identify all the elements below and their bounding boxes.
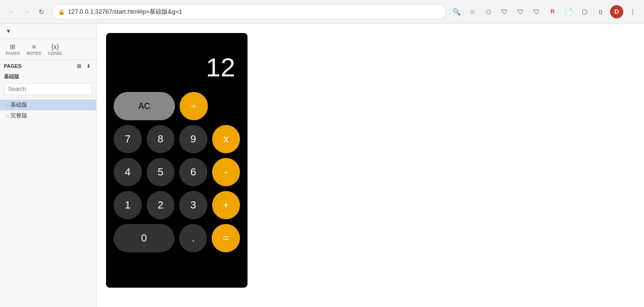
- calculator: 12 AC ÷ 7 8 9 x 4 5: [106, 33, 248, 288]
- lock-icon: 🔒: [58, 8, 65, 15]
- extension-icon7[interactable]: ⬡: [578, 5, 591, 18]
- calc-5-button[interactable]: 5: [147, 158, 175, 186]
- calc-plus-button[interactable]: +: [212, 191, 240, 219]
- toolbar-icons: 🔍 ☆ ⬡ 🛡 🛡 🛡 R 📄 ⬡ {} D ⋮: [450, 5, 639, 18]
- calc-buttons: AC ÷ 7 8 9 x 4 5 6 -: [114, 92, 240, 252]
- extension-icon2[interactable]: 🛡: [498, 5, 511, 18]
- console-nav-icon: {x}: [51, 43, 59, 50]
- page-label-basic: 基础版: [10, 101, 27, 109]
- pages-group-label: 基础版: [0, 72, 96, 81]
- pages-actions: ⊞ ⬇: [74, 62, 92, 70]
- console-nav-label: CONSL: [48, 51, 62, 56]
- calc-9-button[interactable]: 9: [179, 125, 207, 153]
- calc-dot-button[interactable]: .: [179, 224, 207, 252]
- calc-row-5: 0 . =: [114, 224, 240, 252]
- page-icon-basic: □: [6, 102, 8, 108]
- calc-0-button[interactable]: 0: [114, 224, 174, 252]
- pages-more-button[interactable]: ⬇: [84, 62, 92, 70]
- calc-display: 12: [114, 42, 240, 87]
- calc-3-button[interactable]: 3: [179, 191, 207, 219]
- pages-save-button[interactable]: ⊞: [74, 62, 83, 70]
- extension-icon5[interactable]: R: [546, 5, 559, 18]
- bookmark-icon[interactable]: ☆: [466, 5, 479, 18]
- calc-4-button[interactable]: 4: [114, 158, 142, 186]
- calc-row-4: 1 2 3 +: [114, 191, 240, 219]
- calc-1-button[interactable]: 1: [114, 191, 142, 219]
- menu-icon[interactable]: ⋮: [626, 5, 639, 18]
- extension-icon4[interactable]: 🛡: [530, 5, 543, 18]
- search-icon[interactable]: 🔍: [450, 5, 463, 18]
- sidebar: ▼ ⊞ PAGES ≡ NOTES {x} CONSL PAGES ⊞ ⬇: [0, 24, 97, 307]
- pages-nav-icon: ⊞: [10, 43, 16, 50]
- calc-8-button[interactable]: 8: [147, 125, 175, 153]
- reload-button[interactable]: ↻: [35, 5, 48, 18]
- page-icon-full: □: [6, 113, 8, 118]
- calc-equals-button[interactable]: =: [212, 224, 240, 252]
- calc-display-value: 12: [206, 52, 235, 83]
- extension-icon8[interactable]: {}: [594, 5, 607, 18]
- pages-section-header: PAGES ⊞ ⬇: [0, 60, 96, 72]
- page-label-full: 完整版: [10, 112, 27, 120]
- page-list: □ 基础版 □ 完整版: [0, 98, 96, 307]
- extension-icon6[interactable]: 📄: [562, 5, 575, 18]
- sidebar-nav-notes[interactable]: ≡ NOTES: [24, 41, 44, 58]
- calc-6-button[interactable]: 6: [179, 158, 207, 186]
- calc-divide-button[interactable]: ÷: [180, 92, 208, 120]
- calc-2-button[interactable]: 2: [147, 191, 175, 219]
- forward-button[interactable]: →: [20, 5, 33, 18]
- address-bar[interactable]: 🔒 127.0.0.1:32767/start.html#p=基础版&g=1: [52, 4, 446, 19]
- search-container: [0, 81, 96, 98]
- calc-multiply-button[interactable]: x: [212, 125, 240, 153]
- extension-icon1[interactable]: ⬡: [482, 5, 495, 18]
- pages-nav-label: PAGES: [6, 51, 20, 56]
- calc-row-3: 4 5 6 -: [114, 158, 240, 186]
- browser-chrome: ← → ↻ 🔒 127.0.0.1:32767/start.html#p=基础版…: [0, 0, 644, 24]
- calc-ac-button[interactable]: AC: [114, 92, 175, 120]
- collapse-button[interactable]: ▼: [4, 26, 13, 36]
- content-area: 12 AC ÷ 7 8 9 x 4 5: [97, 24, 644, 307]
- url-text: 127.0.0.1:32767/start.html#p=基础版&g=1: [68, 8, 440, 16]
- sidebar-nav-console[interactable]: {x} CONSL: [45, 41, 65, 58]
- main-area: ▼ ⊞ PAGES ≡ NOTES {x} CONSL PAGES ⊞ ⬇: [0, 24, 644, 307]
- sidebar-header: ▼: [0, 24, 96, 39]
- calc-minus-button[interactable]: -: [212, 158, 240, 186]
- profile-avatar[interactable]: D: [610, 5, 623, 18]
- sidebar-nav: ⊞ PAGES ≡ NOTES {x} CONSL: [0, 39, 96, 60]
- page-item-basic[interactable]: □ 基础版: [0, 100, 96, 110]
- pages-section-label: PAGES: [4, 63, 73, 69]
- nav-buttons: ← → ↻: [5, 5, 48, 18]
- page-item-full[interactable]: □ 完整版: [0, 110, 96, 121]
- notes-nav-label: NOTES: [26, 51, 41, 56]
- extension-icon3[interactable]: 🛡: [514, 5, 527, 18]
- calc-7-button[interactable]: 7: [114, 125, 142, 153]
- back-button[interactable]: ←: [5, 5, 18, 18]
- notes-nav-icon: ≡: [32, 43, 36, 50]
- calc-row-2: 7 8 9 x: [114, 125, 240, 153]
- search-input[interactable]: [4, 83, 92, 95]
- sidebar-nav-pages[interactable]: ⊞ PAGES: [3, 41, 23, 58]
- calc-row-1: AC ÷: [114, 92, 240, 120]
